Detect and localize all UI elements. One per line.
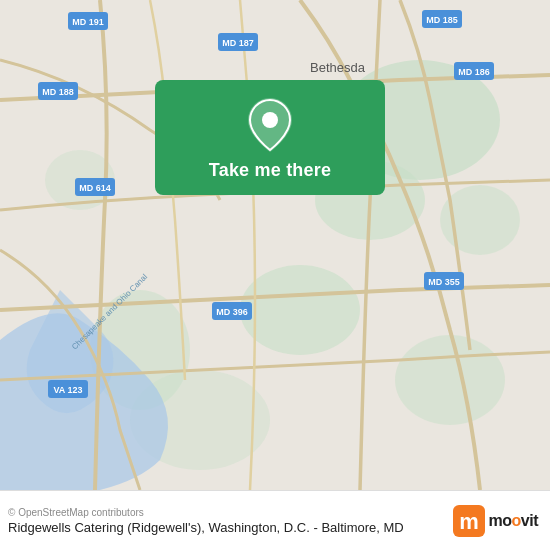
svg-point-7 [395, 335, 505, 425]
svg-point-29 [262, 112, 278, 128]
moovit-m-icon: m [453, 505, 485, 537]
location-pin-icon [248, 98, 292, 152]
footer: © OpenStreetMap contributors Ridgewells … [0, 490, 550, 550]
svg-text:MD 185: MD 185 [426, 15, 458, 25]
moovit-brand-text: moovit [489, 512, 538, 530]
svg-text:VA 123: VA 123 [53, 385, 82, 395]
svg-text:MD 355: MD 355 [428, 277, 460, 287]
svg-text:MD 614: MD 614 [79, 183, 111, 193]
footer-text-block: © OpenStreetMap contributors Ridgewells … [8, 507, 404, 535]
svg-text:MD 188: MD 188 [42, 87, 74, 97]
svg-text:m: m [459, 509, 479, 534]
moovit-logo: m moovit [453, 505, 538, 537]
copyright-text: © OpenStreetMap contributors [8, 507, 404, 518]
map-container: MD 191 MD 185 MD 187 MD 188 MD 186 MD 61… [0, 0, 550, 490]
svg-text:MD 186: MD 186 [458, 67, 490, 77]
take-me-there-button[interactable]: Take me there [209, 160, 331, 181]
location-card[interactable]: Take me there [155, 80, 385, 195]
svg-text:MD 191: MD 191 [72, 17, 104, 27]
svg-point-4 [240, 265, 360, 355]
svg-text:MD 187: MD 187 [222, 38, 254, 48]
location-name-text: Ridgewells Catering (Ridgewell's), Washi… [8, 520, 404, 535]
svg-text:Bethesda: Bethesda [310, 60, 366, 75]
svg-text:MD 396: MD 396 [216, 307, 248, 317]
map-background: MD 191 MD 185 MD 187 MD 188 MD 186 MD 61… [0, 0, 550, 490]
